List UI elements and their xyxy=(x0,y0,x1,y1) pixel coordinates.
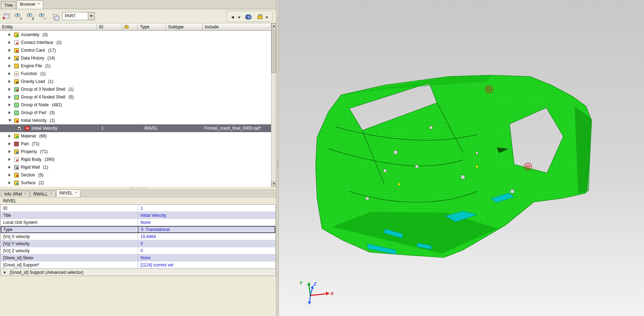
tab-browser[interactable]: Browser× xyxy=(17,0,43,9)
tree-item-group-part[interactable]: Group of Part(3) xyxy=(0,109,271,117)
expand-toggle-icon[interactable] xyxy=(8,96,13,98)
expand-toggle-icon[interactable] xyxy=(8,142,13,145)
expand-toggle-icon[interactable] xyxy=(8,49,13,52)
tab-close-icon[interactable]: × xyxy=(38,2,40,6)
scroll-down-icon[interactable] xyxy=(271,181,276,187)
property-row: Type0: Translational xyxy=(1,226,275,233)
tree-item-gravity-load[interactable]: Gravity Load(1) xyxy=(0,78,271,85)
tree-item-rigid-wall[interactable]: Rigid Wall(1) xyxy=(0,163,271,171)
tree-item-contact-interface[interactable]: Contact Interface(2) xyxy=(0,39,271,46)
vertical-splitter[interactable] xyxy=(276,0,279,316)
tree-item-rigid-body[interactable]: Rigid Body(390) xyxy=(0,156,271,163)
lock-icon[interactable] xyxy=(255,12,264,22)
tab-close-icon[interactable]: × xyxy=(50,192,52,196)
entity-filter-combobox[interactable]: PART xyxy=(62,12,95,20)
tab-tree[interactable]: Tree xyxy=(1,1,16,9)
tree-item-section[interactable]: Section(5) xyxy=(0,171,271,179)
expand-toggle-icon[interactable] xyxy=(8,150,13,153)
tree-item-property[interactable]: Property(71) xyxy=(0,148,271,156)
expand-toggle-icon[interactable] xyxy=(8,57,13,60)
property-row: TitleInitial Velocity xyxy=(1,212,275,219)
entity-hierarchy-icon[interactable] xyxy=(2,11,11,21)
eye-icon: − xyxy=(39,13,46,20)
find-icon[interactable] xyxy=(244,12,253,22)
expand-toggle-icon[interactable] xyxy=(8,88,13,91)
property-value-field[interactable]: 0 xyxy=(138,240,275,247)
column-header-include[interactable]: Include xyxy=(203,23,271,30)
tree-item-count: (1) xyxy=(40,71,46,76)
collapse-toggle-icon[interactable] xyxy=(8,119,13,122)
dropdown-arrow-icon[interactable] xyxy=(88,12,95,20)
tree-item-label: Function xyxy=(21,71,37,76)
expand-toggle-icon[interactable] xyxy=(8,135,13,137)
hide-entities-icon[interactable]: − xyxy=(38,11,47,21)
tree-item-surface[interactable]: Surface(2) xyxy=(0,179,271,187)
scrollbar-thumb[interactable] xyxy=(271,30,276,73)
tree-item-material[interactable]: Material(68) xyxy=(0,132,271,140)
column-header-entity[interactable]: Entity xyxy=(0,23,97,30)
tree-item-assembly[interactable]: Assembly(3) xyxy=(0,31,271,39)
tree-item-group-shell3[interactable]: Group of 3 Noded Shell(1) xyxy=(0,85,271,93)
browser-panel: TreeBrowser× + 1 − PART ► xyxy=(0,0,276,316)
column-header-lock[interactable] xyxy=(122,23,138,30)
scroll-up-icon[interactable] xyxy=(271,23,276,29)
expand-toggle-icon[interactable] xyxy=(8,33,13,36)
tree-child-item[interactable]: Initial Velocity1INIVELFrontal_crash_fin… xyxy=(0,124,271,132)
property-value-field[interactable]: 1 xyxy=(138,205,275,212)
property-label: Title xyxy=(1,212,138,219)
expand-toggle-icon[interactable] xyxy=(8,158,13,161)
show-entities-icon[interactable]: + xyxy=(13,11,23,21)
column-label: ID xyxy=(99,24,103,29)
property-value-field[interactable]: 0: Translational xyxy=(138,226,275,233)
tab-close-icon[interactable]: × xyxy=(75,191,77,194)
property-value-field[interactable]: None xyxy=(138,254,275,261)
tree-item-data-history[interactable]: Data History(14) xyxy=(0,54,271,62)
expand-toggle-icon[interactable] xyxy=(8,181,13,184)
tree-item-group-node[interactable]: Group of Node(482) xyxy=(0,101,271,109)
property-value-field[interactable]: 15.6464 xyxy=(138,233,275,240)
lock-dropdown-icon[interactable] xyxy=(265,16,269,19)
tree-item-part[interactable]: Part(71) xyxy=(0,140,271,148)
copy-layers-icon[interactable] xyxy=(50,11,59,21)
tab-info-xref[interactable]: Info XRef× xyxy=(1,191,29,197)
tree-item-engine-file[interactable]: Engine File(1) xyxy=(0,62,271,70)
expand-toggle-icon[interactable] xyxy=(8,166,13,169)
car-model-mesh[interactable] xyxy=(316,75,592,258)
property-value-field[interactable]: [1124] current set xyxy=(138,261,275,269)
tab-label: Tree xyxy=(4,3,13,8)
rigid-wall-icon xyxy=(14,165,19,170)
tree-item-control-card[interactable]: Control Card(17) xyxy=(0,46,271,54)
property-label: [Vy] Y velocity xyxy=(1,240,138,247)
tab-inivel[interactable]: INIVEL× xyxy=(56,190,80,197)
property-value-field[interactable]: Initial Velocity xyxy=(138,212,275,219)
tab-close-icon[interactable]: × xyxy=(24,192,26,196)
viewport-3d[interactable]: Y Z X xyxy=(279,0,644,316)
expand-toggle-icon[interactable] xyxy=(8,64,13,67)
filter-value[interactable]: PART xyxy=(62,12,88,20)
column-header-id[interactable]: ID xyxy=(97,23,122,30)
column-header-type[interactable]: Type xyxy=(138,23,166,30)
expand-toggle-icon[interactable] xyxy=(8,80,13,83)
property-value-field[interactable]: None xyxy=(138,219,275,226)
expand-toggle-icon[interactable] xyxy=(4,271,7,274)
expand-toggle-icon[interactable] xyxy=(8,174,13,176)
tree-item-group-shell4[interactable]: Group of 4 Noded Shell(5) xyxy=(0,93,271,101)
expand-toggle-icon[interactable] xyxy=(8,41,13,44)
visibility-checkbox[interactable] xyxy=(18,126,22,130)
expand-toggle-icon[interactable] xyxy=(8,103,13,106)
selector-dropdown-icon[interactable] xyxy=(237,16,241,19)
selector-mode-icon[interactable]: ► xyxy=(228,12,237,22)
property-value-field[interactable]: 0 xyxy=(138,247,275,254)
tree-scrollbar[interactable] xyxy=(271,23,276,187)
tree-item-initial-velocity[interactable]: Initial Velocity(1) xyxy=(0,117,271,124)
property-row: [Gnod_id] Support*[1124] current set xyxy=(1,261,275,269)
isolate-entities-icon[interactable]: 1 xyxy=(25,11,35,21)
tab-rwall[interactable]: RWALL× xyxy=(30,191,55,197)
viewport-3d-canvas[interactable]: Y Z X xyxy=(279,0,644,316)
column-header-subtype[interactable]: Subtype xyxy=(166,23,203,30)
expand-toggle-icon[interactable] xyxy=(8,111,13,114)
advanced-selector-row[interactable]: [Gnod_id] Support (Advanced selector) xyxy=(1,269,275,276)
expand-toggle-icon[interactable] xyxy=(8,72,13,75)
horizontal-splitter[interactable] xyxy=(0,187,276,190)
tree-item-function[interactable]: Function(1) xyxy=(0,70,271,78)
